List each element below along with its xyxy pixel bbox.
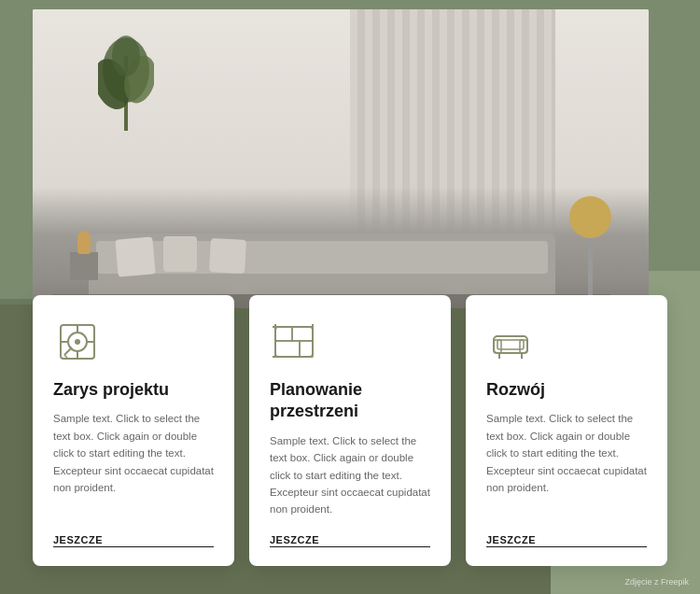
sofa-area [33, 187, 649, 308]
svg-rect-17 [300, 341, 313, 357]
main-photo [33, 9, 649, 308]
card-3-text: Sample text. Click to select the text bo… [486, 410, 647, 523]
svg-rect-15 [292, 327, 313, 341]
card-design: Zarys projektu Sample text. Click to sel… [33, 295, 234, 566]
card-development: Rozwój Sample text. Click to select the … [466, 295, 667, 566]
planning-icon [270, 318, 318, 366]
design-icon [53, 318, 102, 366]
card-2-text: Sample text. Click to select the text bo… [270, 432, 430, 523]
side-table [61, 224, 107, 280]
svg-rect-22 [494, 336, 527, 353]
photo-credit: Zdjęcie z Freepik [624, 577, 689, 587]
card-2-link[interactable]: JESZCZE [270, 534, 430, 547]
card-1-title: Zarys projektu [53, 379, 214, 401]
svg-point-3 [112, 35, 140, 77]
card-1-link[interactable]: JESZCZE [53, 534, 214, 547]
svg-line-11 [64, 347, 72, 355]
svg-rect-13 [275, 327, 313, 357]
svg-point-10 [75, 339, 80, 345]
page-wrapper: Zarys projektu Sample text. Click to sel… [0, 0, 700, 594]
card-planning: Planowanie przestrzeni Sample text. Clic… [249, 295, 451, 566]
cards-container: Zarys projektu Sample text. Click to sel… [33, 295, 667, 566]
plant-decoration [98, 19, 154, 131]
svg-line-12 [64, 355, 67, 358]
svg-rect-14 [275, 327, 292, 341]
card-3-title: Rozwój [486, 379, 647, 401]
card-1-text: Sample text. Click to select the text bo… [53, 410, 214, 523]
card-3-link[interactable]: JESZCZE [486, 534, 647, 547]
svg-rect-16 [275, 341, 300, 357]
development-icon [486, 318, 535, 366]
floor-lamp [569, 196, 611, 299]
card-2-title: Planowanie przestrzeni [270, 379, 430, 423]
